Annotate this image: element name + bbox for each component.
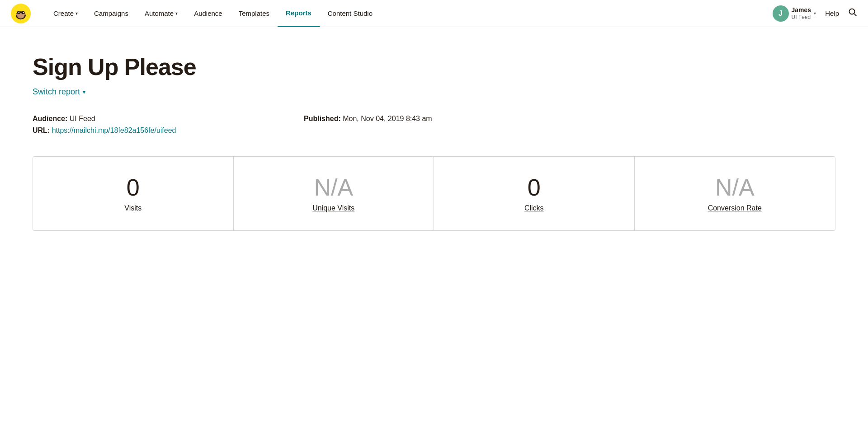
search-icon[interactable] <box>848 8 857 19</box>
nav-item-campaigns[interactable]: Campaigns <box>86 0 137 27</box>
stat-clicks-value: 0 <box>528 175 541 201</box>
nav-item-create[interactable]: Create ▾ <box>45 0 86 27</box>
svg-line-10 <box>854 14 856 16</box>
stat-visits-label: Visits <box>124 204 142 212</box>
stat-visits-value: 0 <box>127 175 140 201</box>
help-link[interactable]: Help <box>825 9 839 17</box>
stat-unique-visits: N/A Unique Visits <box>234 157 434 230</box>
nav-item-reports[interactable]: Reports <box>278 0 320 27</box>
stat-clicks: 0 Clicks <box>434 157 635 230</box>
user-menu[interactable]: J James UI Feed ▾ <box>773 5 816 22</box>
switch-report-label: Switch report <box>33 87 80 97</box>
page-title: Sign Up Please <box>33 54 835 80</box>
chevron-down-icon: ▾ <box>175 11 178 16</box>
svg-point-8 <box>23 14 26 15</box>
nav-items: Create ▾ Campaigns Automate ▾ Audience T… <box>45 0 773 27</box>
user-name: James <box>792 6 811 14</box>
published-value: Mon, Nov 04, 2019 8:43 am <box>343 115 432 122</box>
chevron-down-icon: ▾ <box>83 89 85 95</box>
switch-report-button[interactable]: Switch report ▾ <box>33 87 835 97</box>
url-field: URL: https://mailchi.mp/18fe82a156fe/uif… <box>33 126 304 135</box>
stat-clicks-label[interactable]: Clicks <box>524 204 544 212</box>
user-subtitle: UI Feed <box>792 14 811 20</box>
nav-item-automate[interactable]: Automate ▾ <box>137 0 186 27</box>
nav-right: J James UI Feed ▾ Help <box>773 5 857 22</box>
stat-conversion-rate-label[interactable]: Conversion Rate <box>708 204 762 212</box>
published-label: Published: <box>304 115 343 122</box>
stats-grid: 0 Visits N/A Unique Visits 0 Clicks N/A … <box>33 156 835 231</box>
stat-conversion-rate-value: N/A <box>715 175 755 201</box>
audience-field: Audience: UI Feed <box>33 115 304 123</box>
svg-point-6 <box>23 12 24 13</box>
chevron-down-icon: ▾ <box>814 11 816 16</box>
url-label: URL: <box>33 126 52 134</box>
stat-unique-visits-value: N/A <box>314 175 353 201</box>
svg-point-5 <box>19 12 19 13</box>
navbar: Create ▾ Campaigns Automate ▾ Audience T… <box>0 0 868 27</box>
published-field: Published: Mon, Nov 04, 2019 8:43 am <box>304 115 575 123</box>
main-content: Sign Up Please Switch report ▾ Audience:… <box>0 27 868 258</box>
meta-grid: Audience: UI Feed Published: Mon, Nov 04… <box>33 115 575 135</box>
stat-conversion-rate: N/A Conversion Rate <box>635 157 835 230</box>
chevron-down-icon: ▾ <box>75 11 78 16</box>
nav-item-templates[interactable]: Templates <box>231 0 278 27</box>
audience-label: Audience: <box>33 115 70 122</box>
audience-value: UI Feed <box>70 115 95 122</box>
user-info: James UI Feed <box>792 6 811 20</box>
stat-unique-visits-label[interactable]: Unique Visits <box>312 204 354 212</box>
svg-point-7 <box>16 14 19 15</box>
logo[interactable] <box>11 4 31 23</box>
stat-visits: 0 Visits <box>33 157 234 230</box>
url-link[interactable]: https://mailchi.mp/18fe82a156fe/uifeed <box>52 126 176 134</box>
nav-item-content-studio[interactable]: Content Studio <box>320 0 381 27</box>
avatar: J <box>773 5 789 22</box>
nav-item-audience[interactable]: Audience <box>186 0 231 27</box>
